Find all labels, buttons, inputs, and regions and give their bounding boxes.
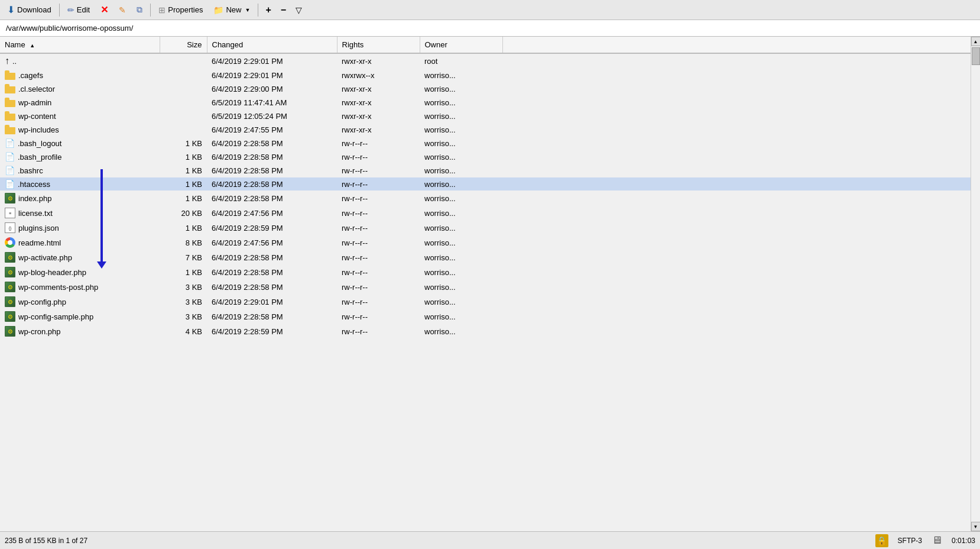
copy-button[interactable]: ⧉ [132,2,147,17]
file-extra [502,250,971,265]
file-owner: worriso... [420,309,502,324]
file-rights: rw-r--r-- [337,137,420,150]
file-owner: worriso... [420,123,502,137]
file-size: 1 KB [160,150,207,164]
file-extra [502,265,971,280]
protocol-label: SFTP-3 [898,537,922,545]
php-icon [5,252,15,263]
file-extra [502,82,971,96]
properties-button[interactable]: ⊞ Properties [154,3,207,17]
download-button[interactable]: ⬇ Download [2,2,56,18]
minus-button[interactable]: − [277,3,290,17]
file-extra [502,137,971,150]
file-extra [502,309,971,324]
col-header-rights[interactable]: Rights [337,37,420,53]
file-name-cell: 📄 .bash_profile [5,152,155,162]
download-icon: ⬇ [7,4,15,15]
html-icon [5,237,15,248]
file-list-scroll[interactable]: ↑ .. 6/4/2019 2:29:01 PM rwxr-xr-x root … [0,54,971,531]
list-item[interactable]: wp-config.php 3 KB 6/4/2019 2:29:01 PM r… [0,295,971,309]
file-changed: 6/4/2019 2:28:58 PM [207,191,337,206]
file-size: 1 KB [160,164,207,177]
file-size: 1 KB [160,265,207,280]
file-name-cell: 📄 .htaccess [5,179,155,189]
list-item[interactable]: wp-config-sample.php 3 KB 6/4/2019 2:28:… [0,309,971,324]
folder-icon [5,111,15,121]
file-name: .. [12,57,17,66]
list-item[interactable]: ≡ license.txt 20 KB 6/4/2019 2:47:56 PM … [0,206,971,221]
file-name-cell: 📄 .bashrc [5,166,155,175]
col-header-changed[interactable]: Changed [207,37,337,53]
file-extra [502,295,971,309]
file-size: 20 KB [160,206,207,221]
new-folder-icon: 📁 [213,5,223,15]
list-item[interactable]: wp-comments-post.php 3 KB 6/4/2019 2:28:… [0,280,971,295]
file-icon: 📄 [5,166,15,175]
list-item[interactable]: .cagefs 6/4/2019 2:29:01 PM rwxrwx--x wo… [0,69,971,82]
col-header-extra [502,37,971,53]
list-item[interactable]: ↑ .. 6/4/2019 2:29:01 PM rwxr-xr-x root [0,54,971,69]
right-scrollbar[interactable]: ▲ ▼ [971,37,980,531]
file-rights: rw-r--r-- [337,280,420,295]
file-icon: 📄 [5,179,15,189]
list-item[interactable]: .cl.selector 6/4/2019 2:29:00 PM rwxr-xr… [0,82,971,96]
scroll-arrow-down[interactable]: ▼ [971,522,981,531]
file-changed: 6/4/2019 2:28:58 PM [207,309,337,324]
add-button[interactable]: + [261,3,275,17]
file-name-cell: wp-comments-post.php [5,282,155,292]
list-item[interactable]: index.php 1 KB 6/4/2019 2:28:58 PM rw-r-… [0,191,971,206]
file-name: .bash_logout [18,139,61,148]
new-dropdown-arrow: ▼ [245,7,251,13]
file-name-cell: ≡ license.txt [5,208,155,218]
file-name: .bash_profile [18,153,61,162]
list-item[interactable]: 📄 .bash_profile 1 KB 6/4/2019 2:28:58 PM… [0,150,971,164]
filter-button[interactable]: ▽ [291,4,306,17]
list-item[interactable]: wp-includes 6/4/2019 2:47:55 PM rwxr-xr-… [0,123,971,137]
file-rights: rwxr-xr-x [337,82,420,96]
file-size: 1 KB [160,137,207,150]
list-item[interactable]: wp-activate.php 7 KB 6/4/2019 2:28:58 PM… [0,250,971,265]
file-data-table: ↑ .. 6/4/2019 2:29:01 PM rwxr-xr-x root … [0,54,971,339]
file-rights: rw-r--r-- [337,324,420,339]
file-extra [502,177,971,191]
list-item[interactable]: wp-admin 6/5/2019 11:47:41 AM rwxr-xr-x … [0,96,971,109]
scroll-thumb[interactable] [972,47,980,65]
file-name-cell: index.php [5,193,155,204]
file-owner: worriso... [420,177,502,191]
file-owner: worriso... [420,250,502,265]
file-owner: worriso... [420,324,502,339]
new-button[interactable]: 📁 New ▼ [209,3,255,17]
file-rights: rw-r--r-- [337,309,420,324]
file-extra [502,150,971,164]
file-name: .cagefs [18,71,43,80]
col-header-size[interactable]: Size [160,37,207,53]
php-icon [5,326,15,337]
file-extra [502,109,971,123]
list-item[interactable]: 📄 .bashrc 1 KB 6/4/2019 2:28:58 PM rw-r-… [0,164,971,177]
col-header-name[interactable]: Name ▲ [0,37,160,53]
edit-button[interactable]: ✏ Edit [63,3,95,17]
scroll-arrow-up[interactable]: ▲ [971,37,981,46]
list-item[interactable]: wp-content 6/5/2019 12:05:24 PM rwxr-xr-… [0,109,971,123]
list-item[interactable]: wp-cron.php 4 KB 6/4/2019 2:28:59 PM rw-… [0,324,971,339]
rename-button[interactable]: ✎ [114,3,131,17]
list-item[interactable]: wp-blog-header.php 1 KB 6/4/2019 2:28:58… [0,265,971,280]
delete-button[interactable]: ✕ [96,2,113,18]
file-extra [502,235,971,250]
col-header-owner[interactable]: Owner [420,37,502,53]
file-extra [502,280,971,295]
list-item[interactable]: 📄 .htaccess 1 KB 6/4/2019 2:28:58 PM rw-… [0,177,971,191]
file-changed: 6/5/2019 12:05:24 PM [207,109,337,123]
file-header-table: Name ▲ Size Changed Rights Owner [0,37,971,54]
list-item[interactable]: readme.html 8 KB 6/4/2019 2:47:56 PM rw-… [0,235,971,250]
file-name-cell: wp-cron.php [5,326,155,337]
edit-label: Edit [77,5,90,14]
address-bar: /var/www/public/worrisome-opossum/ [0,20,980,37]
file-changed: 6/4/2019 2:28:58 PM [207,250,337,265]
file-size [160,69,207,82]
list-item[interactable]: {} plugins.json 1 KB 6/4/2019 2:28:59 PM… [0,221,971,235]
list-item[interactable]: 📄 .bash_logout 1 KB 6/4/2019 2:28:58 PM … [0,137,971,150]
file-changed: 6/4/2019 2:28:59 PM [207,221,337,235]
file-changed: 6/5/2019 11:47:41 AM [207,96,337,109]
file-changed: 6/4/2019 2:29:01 PM [207,295,337,309]
